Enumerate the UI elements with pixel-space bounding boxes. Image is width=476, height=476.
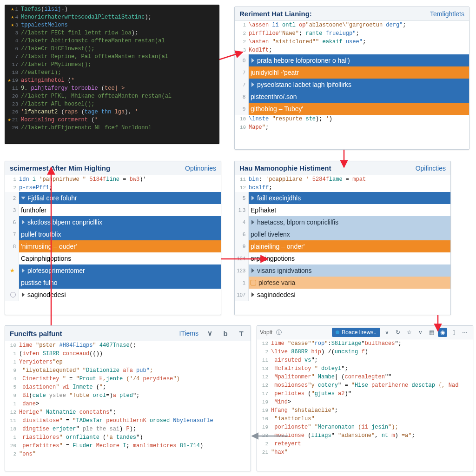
panel-link[interactable]: ITiems [179,330,198,337]
tree-content: githoblog – Tubey' [249,103,469,115]
tree-row[interactable]: 9githoblog – Tubey' [235,103,469,115]
tree-row[interactable]: 0prafa hebore lofoprotoner o hal') [235,54,469,66]
tree-row[interactable]: 8pisteenthro/.son [235,91,469,103]
line-number: 12 [5,410,19,415]
chevron-icon[interactable] [251,268,254,273]
tree-label: visans ignidvations [257,267,312,274]
line-number: 10 [235,116,249,122]
tree-label: plaineiling – onder' [251,243,304,250]
chevron-icon[interactable] [22,268,25,273]
panel-body: 1idn i 'panpnirhuwe " 5184fline = bw3)'2… [5,175,221,301]
dropdown-icon[interactable]: ∨ [382,328,391,337]
line-number: 10 [235,125,249,130]
chevron-icon[interactable] [22,220,25,225]
star-icon[interactable]: ☆ [404,328,414,337]
code-line: 3//labstr FECt finl letnt riow loa); [5,29,219,37]
code-line: 19 porlionste" "Meranonaton (11 jesin"); [257,423,473,431]
line-number: ★ [5,264,19,277]
code-line: 19Hfang "shstalaclie"; [257,406,473,415]
refresh-icon[interactable]: ↻ [393,328,403,337]
tree-content: plaineiling – onder' [249,240,450,252]
info-icon[interactable]: ⓘ [274,328,284,337]
tab-button[interactable]: Boace lirews.. [332,328,380,337]
tree-row[interactable]: 7pyseolstanc lacbet lagh lpifollirks [235,79,469,91]
tree-row[interactable]: 107saginodedesi [235,289,450,301]
tree-row[interactable]: ★plofesoprimentomer [5,264,221,277]
tree-label: skctloss.blpern conpriclllix [27,218,102,226]
chevron-icon[interactable] [251,196,254,200]
panel-header: Hau Mamonophie Histiment Opifincties [235,161,450,175]
line-number: 17 [257,391,271,397]
more-icon[interactable]: ⋯ [460,328,470,337]
tree-label: funthofer [21,206,46,214]
tree-row[interactable]: pustise fulno [5,277,221,289]
panel-icon[interactable]: ▯ [449,328,458,337]
chevron-icon[interactable] [251,292,254,297]
tree-row[interactable]: 3funthofer [5,204,221,216]
line-number: 9 [235,103,249,115]
tree-label: Epfhaket [251,206,276,214]
line-number: 7 [235,66,249,79]
line-number [5,289,19,301]
panel-hau: Hau Mamonophie Histiment Opifincties 11b… [234,161,451,315]
code-text: bcslff; [249,185,272,191]
code-text: "ilyotaliequnted" "Diationize aTa pub"; [19,367,153,374]
tree-row[interactable]: 124orpiningpotions [235,252,450,264]
tree-row[interactable]: 1.3Epfhaket [235,204,450,216]
line-number: 9 [5,368,19,373]
line-number: 0 [235,54,249,66]
tree-row[interactable]: 7pullef troutblix [5,228,221,240]
code-text: //eatfeerl); [21,69,61,76]
line-number: 2 [5,451,19,457]
tree-row[interactable]: saginodedesi [5,289,221,301]
tree-row[interactable]: 6skctloss.blpern conpriclllix [5,216,221,228]
dropdown-icon[interactable]: ∨ [205,329,214,338]
code-body: ★1Taefas(ilsij-)★4Menoricrhaterwrtescoda… [5,5,219,132]
grid-icon[interactable]: ▦ [427,328,436,337]
tree-label: pisteenthro/.son [251,93,297,100]
chevron-icon[interactable] [251,58,254,63]
tree-content: 'nimrusiing – ouder' [19,240,221,252]
tree-row[interactable]: 1plofese varia [235,277,450,289]
dropdown-icon[interactable]: ∨ [416,328,425,337]
tree-row[interactable]: 5faill execinjdhls [235,192,450,204]
tree-row[interactable]: 6pollef tivelenx [235,228,450,240]
panel-header: Reriment Hat Lianing: Temlightlets [235,7,469,21]
code-line: 11 airsuted vs"; [257,356,473,364]
tree-row[interactable]: 2Fjdlial core foluhr [5,192,221,204]
panel-link[interactable]: Opifincties [416,165,446,172]
line-number: 2 [5,185,19,191]
code-line: 12 moslionses"y cotery" = "Hise paterlhe… [257,381,473,390]
code-text: diustiatose" = "TADesTar peouthilernK or… [19,417,213,424]
tree-label: Fjdlial core foluhr [27,194,77,202]
line-number: 3 [5,204,19,216]
code-text: \asten "sisticlored"" eakaif usee"; [249,39,366,45]
text-button[interactable]: T [237,329,246,338]
tree-row[interactable]: 4haetacss, blporn conpriclilfis [235,216,450,228]
line-number: 11 [235,177,249,182]
line-number: 107 [235,289,249,301]
line-number: 1 [5,435,19,440]
tree-row[interactable]: 9plaineiling – onder' [235,240,450,252]
panel-link[interactable]: Temlightlets [430,10,464,18]
chevron-icon[interactable] [251,82,254,87]
line-number: 23 [257,433,271,438]
chevron-icon[interactable] [22,292,25,297]
tree-label: 'nimrusiing – ouder' [21,243,77,250]
code-text: dingtise erjoter" ple the sai) P); [19,426,136,432]
chevron-icon[interactable] [251,220,254,225]
code-line: 12 Mpalitonmer" Nambe| (conrealegten"" [257,373,473,381]
panel-scimermest: scimermest After Mim Higlting Optinonies… [5,161,221,315]
tree-row[interactable]: Capinphigoptions [5,252,221,264]
bold-button[interactable]: b [221,329,230,338]
camera-icon[interactable]: ◉ [438,328,447,337]
chevron-icon[interactable] [21,197,26,199]
tree-row[interactable]: 8'nimrusiing – ouder' [5,240,221,252]
line-number: 1 [5,401,19,407]
tree-row[interactable]: 123visans ignidvations [235,264,450,277]
line-number: 4 [235,216,249,228]
code-text: p-rsePff1; [19,185,53,191]
tree-label: saginodedesi [257,291,296,298]
tree-row[interactable]: 7junidyiclhl -'peatr [235,66,469,79]
panel-link[interactable]: Optinonies [185,165,216,172]
